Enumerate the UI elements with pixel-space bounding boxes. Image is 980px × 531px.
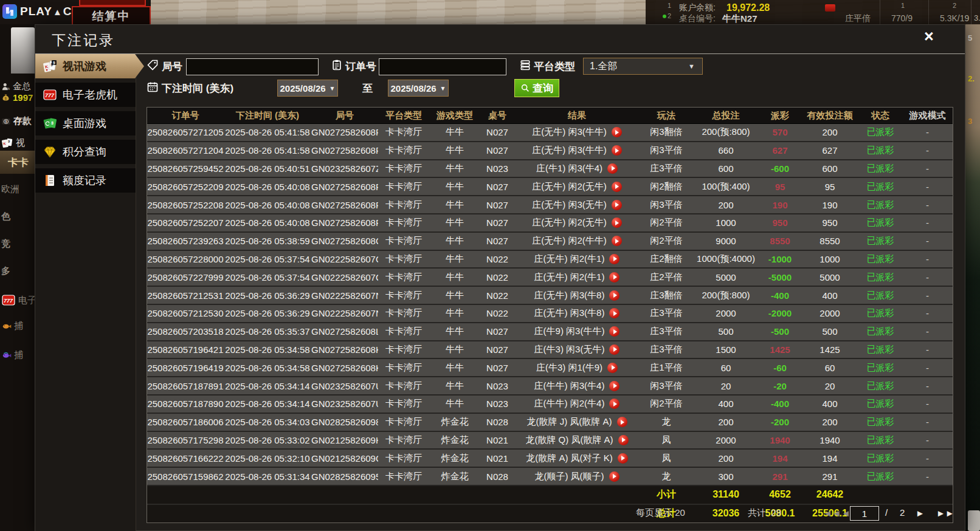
cell-status: 已派彩 (858, 326, 902, 337)
cell-game-type: 牛牛 (429, 326, 480, 337)
cell-valid-bet: 1425 (801, 344, 858, 355)
cell-bet-time: 2025-08-26 05:36:29 (224, 308, 311, 318)
side-widget (968, 510, 980, 531)
avatar (11, 27, 35, 74)
cell-status: 已派彩 (858, 453, 902, 464)
clipboard-icon (331, 59, 343, 71)
cell-game-mode: - (902, 417, 953, 427)
replay-icon[interactable] (612, 182, 622, 192)
next-page-icon[interactable]: ► (916, 506, 925, 521)
replay-icon[interactable] (609, 344, 619, 355)
cell-play-type: 庄3平倍 (640, 307, 693, 319)
last-page-icon[interactable]: ►► (936, 506, 954, 521)
prev-page-icon[interactable]: ◄ (841, 506, 851, 521)
cell-table-no: N027 (480, 127, 514, 137)
modal-title: 下注记录 (52, 31, 115, 50)
date-to-picker[interactable]: 2025/08/26▼ (388, 80, 449, 97)
replay-icon[interactable] (612, 200, 622, 210)
svg-text:%: % (7, 87, 10, 91)
replay-icon[interactable] (609, 308, 619, 318)
cell-bet-time: 2025-08-26 05:34:58 (224, 344, 311, 355)
dollar-icon: $ (1, 117, 11, 126)
replay-icon[interactable] (609, 326, 619, 337)
cell-bet-time: 2025-08-26 05:40:51 (224, 163, 311, 174)
cell-platform: 卡卡湾厅 (378, 326, 429, 337)
table-row: 2508260571878902025-08-26 05:34:14GN0232… (147, 396, 953, 414)
cell-valid-bet: 600 (801, 163, 858, 174)
app-left-nav: %金总$1997$存款K9视卡卡欧洲色竞多777电子捕捕 (0, 24, 35, 531)
app-nav-label: 捕 (14, 320, 23, 332)
subtotal-payout: 4652 (759, 489, 801, 500)
cell-bet-time: 2025-08-26 05:40:08 (224, 218, 311, 228)
tab-积分查询[interactable]: 积分查询 (35, 140, 136, 164)
replay-icon[interactable] (609, 254, 619, 264)
edge-value: 2. (968, 74, 975, 83)
replay-icon[interactable] (618, 453, 628, 464)
cell-game-mode: - (902, 453, 953, 464)
cell-game-type: 牛牛 (429, 307, 480, 319)
date-from-picker[interactable]: 2025/08/26▼ (277, 80, 338, 97)
cell-round-no: GN0232582607Z (311, 163, 378, 174)
cell-order-no: 250826057203518 (147, 326, 224, 337)
replay-icon[interactable] (612, 127, 622, 137)
replay-icon[interactable] (607, 163, 618, 174)
cell-payout: 1425 (759, 344, 801, 355)
gem-icon (43, 145, 57, 159)
platform-type-select[interactable]: 1.全部▼ (583, 58, 703, 75)
cell-status: 已派彩 (858, 145, 902, 156)
tab-电子老虎机[interactable]: 777电子老虎机 (35, 83, 136, 107)
replay-icon[interactable] (609, 290, 619, 301)
cell-status: 已派彩 (858, 235, 902, 247)
col-header: 状态 (858, 110, 902, 122)
cell-table-no: N022 (480, 254, 514, 264)
tab-桌面游戏[interactable]: $桌面游戏 (35, 111, 136, 135)
replay-icon[interactable] (609, 471, 619, 482)
replay-icon[interactable] (607, 363, 618, 373)
cell-table-no: N027 (480, 344, 514, 355)
replay-icon[interactable] (609, 381, 619, 391)
replay-icon[interactable] (612, 218, 622, 228)
first-page-icon[interactable]: ◄◄ (823, 506, 841, 521)
cell-play-type: 庄1平倍 (640, 362, 693, 374)
cell-game-mode: - (902, 308, 953, 318)
app-nav-label: 多 (1, 266, 10, 277)
cell-table-no: N027 (480, 200, 514, 210)
refresh-flag-icon[interactable] (825, 4, 835, 12)
cell-payout: -400 (759, 399, 801, 409)
order-no-input[interactable] (379, 58, 506, 75)
result-text: 庄(牛3) 闲1(牛9) (536, 362, 602, 374)
tab-额度记录[interactable]: 额度记录 (35, 168, 136, 193)
replay-icon[interactable] (612, 145, 622, 156)
replay-icon[interactable] (617, 417, 627, 427)
cell-valid-bet: 500 (801, 326, 858, 337)
cell-result: 庄(无牛) 闲3(牛牛) (514, 145, 640, 156)
cell-platform: 卡卡湾厅 (378, 398, 429, 409)
search-button[interactable]: 查询 (514, 79, 559, 97)
replay-icon[interactable] (609, 399, 619, 409)
moneybag-icon: $ (1, 93, 10, 102)
cell-status: 已派彩 (858, 290, 902, 301)
current-page-box[interactable]: 1 (850, 506, 879, 521)
app-nav-item-电子: 777电子 (1, 293, 35, 307)
cell-platform: 卡卡湾厅 (378, 253, 429, 265)
cell-result: 庄(无牛) 闲3(无牛) (514, 199, 640, 211)
tab-label: 视讯游戏 (63, 59, 106, 74)
cell-total-bet: 5000 (693, 272, 759, 283)
replay-icon[interactable] (618, 435, 629, 445)
result-text: 庄(无牛) 闲2(牛1) (534, 272, 605, 283)
close-icon[interactable]: × (924, 29, 934, 45)
cell-total-bet: 1500 (693, 344, 759, 355)
cell-payout: -20 (759, 381, 801, 391)
replay-icon[interactable] (612, 236, 622, 246)
countdown-strip (79, 0, 146, 6)
cell-valid-bet: 8550 (801, 236, 858, 246)
result-text: 庄(无牛) 闲2(牛牛) (532, 235, 607, 247)
tab-视讯游戏[interactable]: K♥99视讯游戏 (35, 54, 145, 78)
cell-game-type: 牛牛 (429, 126, 480, 138)
round-no-input[interactable] (186, 58, 319, 75)
cell-game-mode: - (902, 344, 953, 355)
replay-icon[interactable] (609, 272, 619, 283)
result-text: 龙(顺子) 凤(顺子) (534, 471, 604, 482)
cell-game-type: 牛牛 (429, 362, 480, 374)
cell-payout: 190 (759, 200, 801, 210)
